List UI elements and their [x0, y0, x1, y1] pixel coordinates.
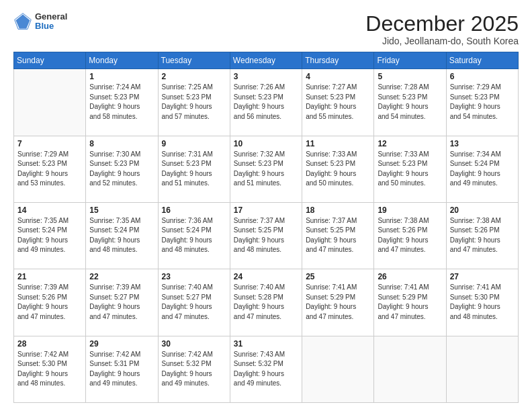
day-info: Sunrise: 7:33 AM Sunset: 5:23 PM Dayligh…: [378, 150, 442, 189]
table-row: 25Sunrise: 7:41 AM Sunset: 5:29 PM Dayli…: [302, 269, 374, 336]
table-row: 8Sunrise: 7:30 AM Sunset: 5:23 PM Daylig…: [86, 136, 158, 202]
table-row: 15Sunrise: 7:35 AM Sunset: 5:24 PM Dayli…: [86, 202, 158, 269]
col-monday: Monday: [86, 52, 158, 69]
day-info: Sunrise: 7:33 AM Sunset: 5:23 PM Dayligh…: [306, 150, 370, 189]
logo: General Blue: [13, 12, 67, 32]
col-sunday: Sunday: [14, 52, 86, 69]
day-info: Sunrise: 7:39 AM Sunset: 5:26 PM Dayligh…: [17, 283, 82, 322]
day-number: 24: [234, 272, 298, 281]
day-number: 6: [450, 72, 515, 81]
day-info: Sunrise: 7:25 AM Sunset: 5:23 PM Dayligh…: [162, 83, 226, 122]
calendar-week-row: 7Sunrise: 7:29 AM Sunset: 5:23 PM Daylig…: [14, 136, 519, 202]
table-row: 4Sunrise: 7:27 AM Sunset: 5:23 PM Daylig…: [302, 69, 374, 136]
table-row: 27Sunrise: 7:41 AM Sunset: 5:30 PM Dayli…: [446, 269, 518, 336]
svg-marker-0: [16, 15, 30, 29]
table-row: [14, 69, 86, 136]
day-number: 11: [306, 139, 370, 148]
day-number: 26: [378, 272, 442, 281]
table-row: 20Sunrise: 7:38 AM Sunset: 5:26 PM Dayli…: [446, 202, 518, 269]
table-row: 11Sunrise: 7:33 AM Sunset: 5:23 PM Dayli…: [302, 136, 374, 202]
day-info: Sunrise: 7:26 AM Sunset: 5:23 PM Dayligh…: [234, 83, 298, 122]
day-info: Sunrise: 7:42 AM Sunset: 5:31 PM Dayligh…: [89, 350, 154, 389]
day-info: Sunrise: 7:31 AM Sunset: 5:23 PM Dayligh…: [162, 150, 226, 189]
table-row: 17Sunrise: 7:37 AM Sunset: 5:25 PM Dayli…: [230, 202, 302, 269]
day-info: Sunrise: 7:30 AM Sunset: 5:23 PM Dayligh…: [89, 150, 154, 189]
col-saturday: Saturday: [446, 52, 518, 69]
table-row: 7Sunrise: 7:29 AM Sunset: 5:23 PM Daylig…: [14, 136, 86, 202]
day-number: 4: [306, 72, 370, 81]
day-info: Sunrise: 7:41 AM Sunset: 5:29 PM Dayligh…: [306, 283, 370, 322]
table-row: 5Sunrise: 7:28 AM Sunset: 5:23 PM Daylig…: [374, 69, 446, 136]
table-row: 28Sunrise: 7:42 AM Sunset: 5:30 PM Dayli…: [14, 336, 86, 402]
table-row: 22Sunrise: 7:39 AM Sunset: 5:27 PM Dayli…: [86, 269, 158, 336]
title-block: December 2025 Jido, Jeollanam-do, South …: [365, 12, 519, 46]
table-row: 21Sunrise: 7:39 AM Sunset: 5:26 PM Dayli…: [14, 269, 86, 336]
day-number: 20: [450, 205, 515, 215]
day-info: Sunrise: 7:37 AM Sunset: 5:25 PM Dayligh…: [234, 216, 298, 255]
logo-icon: [13, 12, 32, 31]
day-number: 9: [162, 139, 226, 148]
day-number: 13: [450, 139, 515, 148]
day-number: 17: [234, 205, 298, 215]
header: General Blue December 2025 Jido, Jeollan…: [13, 12, 519, 46]
day-number: 10: [234, 139, 298, 148]
day-info: Sunrise: 7:42 AM Sunset: 5:32 PM Dayligh…: [162, 350, 226, 389]
table-row: 3Sunrise: 7:26 AM Sunset: 5:23 PM Daylig…: [230, 69, 302, 136]
page: General Blue December 2025 Jido, Jeollan…: [0, 0, 532, 411]
calendar-week-row: 14Sunrise: 7:35 AM Sunset: 5:24 PM Dayli…: [14, 202, 519, 269]
day-number: 1: [89, 72, 154, 81]
day-number: 19: [378, 205, 442, 215]
table-row: 1Sunrise: 7:24 AM Sunset: 5:23 PM Daylig…: [86, 69, 158, 136]
day-number: 8: [89, 139, 154, 148]
calendar-week-row: 28Sunrise: 7:42 AM Sunset: 5:30 PM Dayli…: [14, 336, 519, 402]
day-info: Sunrise: 7:29 AM Sunset: 5:23 PM Dayligh…: [450, 83, 515, 122]
day-info: Sunrise: 7:32 AM Sunset: 5:23 PM Dayligh…: [234, 150, 298, 189]
day-info: Sunrise: 7:40 AM Sunset: 5:28 PM Dayligh…: [234, 283, 298, 322]
table-row: [302, 336, 374, 402]
table-row: 13Sunrise: 7:34 AM Sunset: 5:24 PM Dayli…: [446, 136, 518, 202]
calendar-week-row: 21Sunrise: 7:39 AM Sunset: 5:26 PM Dayli…: [14, 269, 519, 336]
day-number: 12: [378, 139, 442, 148]
day-info: Sunrise: 7:43 AM Sunset: 5:32 PM Dayligh…: [234, 350, 298, 389]
col-wednesday: Wednesday: [230, 52, 302, 69]
table-row: 26Sunrise: 7:41 AM Sunset: 5:29 PM Dayli…: [374, 269, 446, 336]
col-thursday: Thursday: [302, 52, 374, 69]
day-info: Sunrise: 7:40 AM Sunset: 5:27 PM Dayligh…: [162, 283, 226, 322]
day-number: 5: [378, 72, 442, 81]
col-tuesday: Tuesday: [158, 52, 230, 69]
table-row: 24Sunrise: 7:40 AM Sunset: 5:28 PM Dayli…: [230, 269, 302, 336]
calendar-week-row: 1Sunrise: 7:24 AM Sunset: 5:23 PM Daylig…: [14, 69, 519, 136]
day-number: 28: [17, 339, 82, 349]
day-number: 21: [17, 272, 82, 281]
table-row: 19Sunrise: 7:38 AM Sunset: 5:26 PM Dayli…: [374, 202, 446, 269]
day-info: Sunrise: 7:38 AM Sunset: 5:26 PM Dayligh…: [378, 216, 442, 255]
calendar-header-row: Sunday Monday Tuesday Wednesday Thursday…: [14, 52, 519, 69]
table-row: 6Sunrise: 7:29 AM Sunset: 5:23 PM Daylig…: [446, 69, 518, 136]
table-row: 12Sunrise: 7:33 AM Sunset: 5:23 PM Dayli…: [374, 136, 446, 202]
logo-general: General: [35, 12, 67, 21]
day-info: Sunrise: 7:37 AM Sunset: 5:25 PM Dayligh…: [306, 216, 370, 255]
day-number: 25: [306, 272, 370, 281]
day-info: Sunrise: 7:41 AM Sunset: 5:29 PM Dayligh…: [378, 283, 442, 322]
day-info: Sunrise: 7:34 AM Sunset: 5:24 PM Dayligh…: [450, 150, 515, 189]
month-title: December 2025: [365, 12, 519, 36]
logo-blue: Blue: [35, 21, 67, 31]
day-info: Sunrise: 7:42 AM Sunset: 5:30 PM Dayligh…: [17, 350, 82, 389]
day-info: Sunrise: 7:27 AM Sunset: 5:23 PM Dayligh…: [306, 83, 370, 122]
table-row: 18Sunrise: 7:37 AM Sunset: 5:25 PM Dayli…: [302, 202, 374, 269]
day-info: Sunrise: 7:36 AM Sunset: 5:24 PM Dayligh…: [162, 216, 226, 255]
table-row: 16Sunrise: 7:36 AM Sunset: 5:24 PM Dayli…: [158, 202, 230, 269]
col-friday: Friday: [374, 52, 446, 69]
day-number: 31: [234, 339, 298, 349]
table-row: 10Sunrise: 7:32 AM Sunset: 5:23 PM Dayli…: [230, 136, 302, 202]
day-info: Sunrise: 7:39 AM Sunset: 5:27 PM Dayligh…: [89, 283, 154, 322]
day-info: Sunrise: 7:29 AM Sunset: 5:23 PM Dayligh…: [17, 150, 82, 189]
day-info: Sunrise: 7:35 AM Sunset: 5:24 PM Dayligh…: [89, 216, 154, 255]
table-row: [374, 336, 446, 402]
day-number: 16: [162, 205, 226, 215]
table-row: 9Sunrise: 7:31 AM Sunset: 5:23 PM Daylig…: [158, 136, 230, 202]
day-number: 15: [89, 205, 154, 215]
day-number: 23: [162, 272, 226, 281]
table-row: [446, 336, 518, 402]
logo-text: General Blue: [35, 12, 67, 32]
